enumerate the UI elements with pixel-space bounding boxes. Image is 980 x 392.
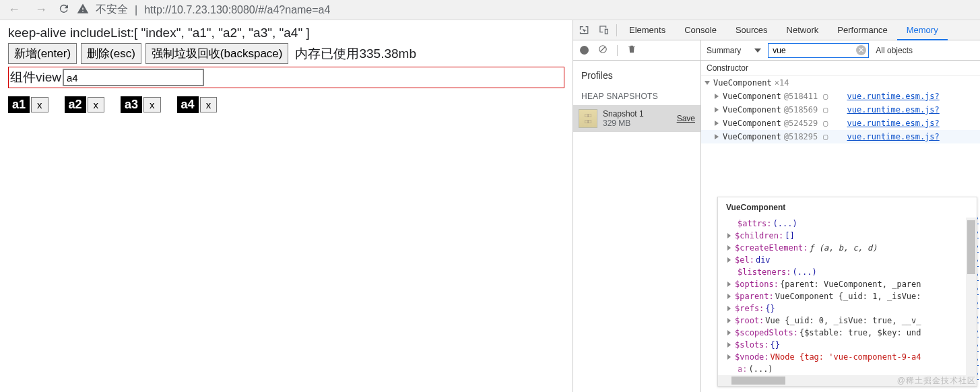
expand-icon[interactable] <box>715 107 719 112</box>
property-row[interactable]: $options: {parent: VueComponent, _paren <box>726 278 977 290</box>
tab-elements[interactable]: Elements <box>620 20 675 40</box>
property-row[interactable]: a: (...) <box>726 363 977 375</box>
property-value: Vue {_uid: 0, _isVue: true, __v_ <box>765 316 921 325</box>
expand-icon[interactable] <box>715 134 719 139</box>
expand-icon[interactable] <box>727 330 731 335</box>
tab-sources[interactable]: Sources <box>726 20 777 40</box>
expand-icon[interactable] <box>727 257 731 263</box>
property-value: VNode {tag: 'vue-component-9-a4 <box>771 352 921 362</box>
element-icon: ▢ <box>823 132 828 141</box>
inspect-icon[interactable] <box>573 25 593 35</box>
property-row[interactable]: $vnode: VNode {tag: 'vue-component-9-a4 <box>726 351 977 363</box>
add-button[interactable]: 新增(enter) <box>8 43 77 64</box>
heap-snapshots-label: HEAP SNAPSHOTS <box>573 89 700 105</box>
tag-label[interactable]: a4 <box>177 96 199 113</box>
include-list-text: keep-alive includeList:[ "index", "a1", … <box>8 26 564 40</box>
clear-icon[interactable] <box>598 44 608 56</box>
class-filter-input[interactable] <box>768 43 869 58</box>
tag-label[interactable]: a2 <box>65 96 86 113</box>
tag-close-button[interactable]: x <box>31 97 48 112</box>
tag-close-button[interactable]: x <box>143 97 161 112</box>
property-value: (...) <box>792 267 816 277</box>
heap-row[interactable]: VueComponent @518411 ▢ vue.runtime.esm.j… <box>701 90 980 103</box>
devtools-right-pane: Summary ✕ All objects Constructor VueCom… <box>701 40 980 392</box>
expand-icon[interactable] <box>715 94 719 99</box>
tab-performance[interactable]: Performance <box>828 20 896 40</box>
source-link[interactable]: vue.runtime.esm.js? <box>847 119 940 128</box>
source-link[interactable]: vue.runtime.esm.js? <box>847 105 940 115</box>
vertical-scrollbar[interactable] <box>966 218 977 386</box>
object-properties[interactable]: $attrs: (...)$children: []$createElement… <box>718 218 977 386</box>
memory-filter-bar: Summary ✕ All objects <box>701 40 980 61</box>
tab-network[interactable]: Network <box>777 20 828 40</box>
expand-icon[interactable] <box>727 233 731 238</box>
property-row[interactable]: $listeners: (...) <box>726 266 977 278</box>
devtools-tabs: Elements Console Sources Network Perform… <box>573 20 980 40</box>
divider <box>617 45 618 56</box>
expand-icon[interactable] <box>727 342 731 348</box>
element-icon: ▢ <box>823 119 828 128</box>
snapshot-name: Snapshot 1 <box>603 109 644 119</box>
source-link[interactable]: vue.runtime.esm.js? <box>847 92 940 101</box>
property-value: {} <box>771 340 780 350</box>
property-name: $options: <box>735 280 779 289</box>
property-name: $root: <box>735 316 764 325</box>
heap-row-selected[interactable]: VueComponent @518295 ▢ vue.runtime.esm.j… <box>701 130 980 143</box>
snapshot-save-link[interactable]: Save <box>677 114 695 123</box>
property-name: $vnode: <box>735 352 769 362</box>
property-row[interactable]: $createElement: ƒ (a, b, c, d) <box>726 242 977 254</box>
tag-close-button[interactable]: x <box>200 97 218 112</box>
expand-icon[interactable] <box>705 81 710 85</box>
heap-list: VueComponent ×14 VueComponent @518411 ▢ … <box>701 76 980 143</box>
expand-icon[interactable] <box>727 245 731 251</box>
clear-filter-icon[interactable]: ✕ <box>856 45 866 55</box>
delete-button[interactable]: 删除(esc) <box>81 43 141 64</box>
view-select-label: Summary <box>707 46 741 55</box>
tab-console[interactable]: Console <box>675 20 726 40</box>
nav-back-icon[interactable]: ← <box>4 3 24 17</box>
heap-row[interactable]: VueComponent @518569 ▢ vue.runtime.esm.j… <box>701 103 980 117</box>
object-detail-panel: VueComponent $attrs: (...)$children: []$… <box>717 197 977 387</box>
expand-icon[interactable] <box>727 306 731 311</box>
tab-memory[interactable]: Memory <box>897 20 948 40</box>
expand-icon[interactable] <box>727 294 731 299</box>
property-row[interactable]: $parent: VueComponent {_uid: 1, _isVue: <box>726 290 977 302</box>
view-input[interactable] <box>63 69 204 86</box>
property-row[interactable]: $scopedSlots: {$stable: true, $key: und <box>726 327 977 339</box>
heap-group-row[interactable]: VueComponent ×14 <box>701 76 980 90</box>
scrollbar-thumb[interactable] <box>731 377 785 385</box>
expand-icon[interactable] <box>727 282 731 287</box>
scrollbar-thumb[interactable] <box>967 220 975 274</box>
property-row[interactable]: $root: Vue {_uid: 0, _isVue: true, __v_ <box>726 315 977 327</box>
expand-icon[interactable] <box>727 318 731 323</box>
all-objects-select[interactable]: All objects <box>876 46 913 55</box>
memory-toolbar <box>573 40 700 61</box>
nav-forward-icon[interactable]: → <box>31 3 51 17</box>
property-row[interactable]: $el: div <box>726 254 977 266</box>
tag-label[interactable]: a1 <box>8 96 30 113</box>
expand-icon[interactable] <box>715 121 719 126</box>
property-row[interactable]: $children: [] <box>726 230 977 242</box>
element-icon: ▢ <box>823 105 828 115</box>
reload-icon[interactable] <box>58 3 70 17</box>
property-name: $slots: <box>735 340 769 350</box>
constructor-name: VueComponent <box>723 119 781 128</box>
tag-label[interactable]: a3 <box>121 96 142 113</box>
property-row[interactable]: $slots: {} <box>726 339 977 351</box>
source-link[interactable]: vue.runtime.esm.js? <box>847 132 940 141</box>
expand-icon[interactable] <box>727 354 731 360</box>
view-select[interactable]: Summary <box>707 46 761 55</box>
record-icon[interactable] <box>580 46 589 55</box>
heap-row[interactable]: VueComponent @524529 ▢ vue.runtime.esm.j… <box>701 117 980 130</box>
device-icon[interactable] <box>593 25 614 35</box>
gc-button[interactable]: 强制垃圾回收(backspace) <box>145 43 289 64</box>
snapshot-item[interactable]: Snapshot 1 329 MB Save <box>573 105 700 132</box>
property-value: (...) <box>773 219 797 228</box>
trash-icon[interactable] <box>627 44 636 56</box>
view-label: 组件view <box>9 69 63 86</box>
tag-close-button[interactable]: x <box>88 97 105 112</box>
constructor-header: Constructor <box>701 61 980 76</box>
property-row[interactable]: $refs: {} <box>726 302 977 315</box>
property-row[interactable]: $attrs: (...) <box>726 218 977 230</box>
object-id: @518569 <box>784 105 818 115</box>
